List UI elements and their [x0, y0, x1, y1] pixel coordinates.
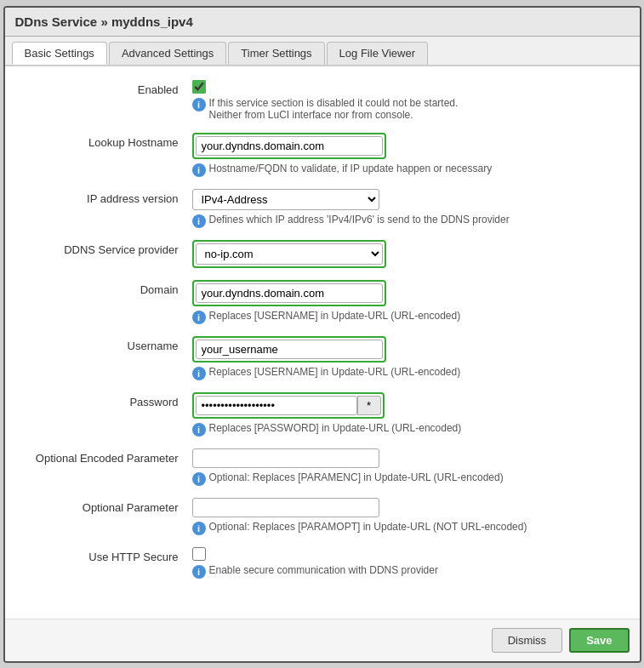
optional-encoded-hint: i Optional: Replaces [PARAMENC] in Updat…	[192, 471, 623, 486]
ddns-provider-field: no-ip.com dyndns.com freedns.afraid.org …	[192, 240, 623, 268]
optional-param-info-icon: i	[192, 522, 206, 535]
username-info-icon: i	[192, 367, 206, 380]
ip-version-select[interactable]: IPv4-Address IPv6-Address	[192, 189, 379, 210]
title-bar: DDns Service » myddns_ipv4	[5, 8, 640, 37]
ddns-provider-row: DDNS Service provider no-ip.com dyndns.c…	[22, 240, 623, 268]
username-hint: i Replaces [USERNAME] in Update-URL (URL…	[192, 366, 623, 380]
username-label: Username	[22, 336, 192, 352]
form-content: Enabled i If this service section is dis…	[5, 66, 640, 619]
enabled-hint: i If this service section is disabled it…	[192, 97, 623, 121]
ip-version-label: IP address version	[22, 189, 192, 205]
enabled-checkbox[interactable]	[192, 80, 206, 94]
tab-basic-settings[interactable]: Basic Settings	[12, 42, 107, 65]
lookup-hostname-field: i Hostname/FQDN to validate, if IP updat…	[192, 133, 623, 177]
footer: Dismiss Save	[5, 619, 640, 661]
optional-param-hint: i Optional: Replaces [PARAMOPT] in Updat…	[192, 521, 623, 535]
optional-encoded-info-icon: i	[192, 472, 206, 486]
optional-param-input[interactable]	[192, 498, 379, 517]
lookup-hostname-outline	[192, 133, 386, 159]
username-input[interactable]	[196, 340, 383, 359]
ip-version-info-icon: i	[192, 214, 206, 228]
main-window: DDns Service » myddns_ipv4 Basic Setting…	[3, 6, 641, 663]
optional-encoded-input[interactable]	[192, 448, 379, 468]
enabled-row: Enabled i If this service section is dis…	[22, 80, 623, 121]
lookup-hostname-label: Lookup Hostname	[22, 133, 192, 149]
http-secure-label: Use HTTP Secure	[22, 547, 192, 563]
optional-param-row: Optional Parameter i Optional: Replaces …	[22, 498, 623, 535]
optional-encoded-row: Optional Encoded Parameter i Optional: R…	[22, 448, 623, 486]
optional-encoded-field: i Optional: Replaces [PARAMENC] in Updat…	[192, 448, 623, 486]
password-label: Password	[22, 392, 192, 408]
ddns-provider-label: DDNS Service provider	[22, 240, 192, 256]
domain-row: Domain i Replaces [USERNAME] in Update-U…	[22, 280, 623, 324]
ip-version-row: IP address version IPv4-Address IPv6-Add…	[22, 189, 623, 228]
http-secure-field: i Enable secure communication with DDNS …	[192, 547, 623, 579]
username-field: i Replaces [USERNAME] in Update-URL (URL…	[192, 336, 623, 380]
domain-outline	[192, 280, 386, 306]
domain-hint: i Replaces [USERNAME] in Update-URL (URL…	[192, 310, 623, 324]
lookup-hostname-hint: i Hostname/FQDN to validate, if IP updat…	[192, 163, 623, 177]
password-info-icon: i	[192, 423, 206, 437]
password-outline: *	[192, 392, 385, 419]
http-secure-hint: i Enable secure communication with DDNS …	[192, 564, 623, 579]
username-outline	[192, 336, 386, 363]
optional-param-label: Optional Parameter	[22, 498, 192, 514]
ip-version-hint: i Defines which IP address 'IPv4/IPv6' i…	[192, 214, 623, 228]
domain-input[interactable]	[196, 283, 383, 303]
ip-version-field: IPv4-Address IPv6-Address i Defines whic…	[192, 189, 623, 228]
tab-timer-settings[interactable]: Timer Settings	[228, 42, 324, 65]
http-secure-checkbox[interactable]	[192, 547, 206, 561]
domain-label: Domain	[22, 280, 192, 296]
enabled-info-icon: i	[192, 98, 206, 111]
password-row: Password * i Replaces [PASSWORD] in Upda…	[22, 392, 623, 437]
optional-encoded-label: Optional Encoded Parameter	[22, 448, 192, 465]
username-row: Username i Replaces [USERNAME] in Update…	[22, 336, 623, 380]
page-title: DDns Service » myddns_ipv4	[15, 14, 193, 29]
lookup-hostname-row: Lookup Hostname i Hostname/FQDN to valid…	[22, 133, 623, 177]
password-field: * i Replaces [PASSWORD] in Update-URL (U…	[192, 392, 623, 437]
lookup-hostname-info-icon: i	[192, 163, 206, 177]
dismiss-button[interactable]: Dismiss	[492, 628, 563, 653]
domain-field: i Replaces [USERNAME] in Update-URL (URL…	[192, 280, 623, 324]
tab-advanced-settings[interactable]: Advanced Settings	[109, 42, 226, 65]
domain-info-icon: i	[192, 311, 206, 324]
http-secure-info-icon: i	[192, 565, 206, 579]
password-input[interactable]	[196, 396, 357, 415]
optional-param-field: i Optional: Replaces [PARAMOPT] in Updat…	[192, 498, 623, 535]
lookup-hostname-input[interactable]	[196, 136, 383, 156]
password-hint: i Replaces [PASSWORD] in Update-URL (URL…	[192, 422, 623, 437]
tab-bar: Basic Settings Advanced Settings Timer S…	[5, 37, 640, 66]
enabled-field: i If this service section is disabled it…	[192, 80, 623, 121]
password-toggle-button[interactable]: *	[357, 396, 381, 415]
http-secure-row: Use HTTP Secure i Enable secure communic…	[22, 547, 623, 579]
enabled-label: Enabled	[22, 80, 192, 96]
ddns-provider-outline: no-ip.com dyndns.com freedns.afraid.org …	[192, 240, 386, 268]
tab-log-file-viewer[interactable]: Log File Viewer	[327, 42, 428, 65]
ddns-provider-select[interactable]: no-ip.com dyndns.com freedns.afraid.org …	[196, 243, 383, 265]
save-button[interactable]: Save	[569, 628, 629, 653]
